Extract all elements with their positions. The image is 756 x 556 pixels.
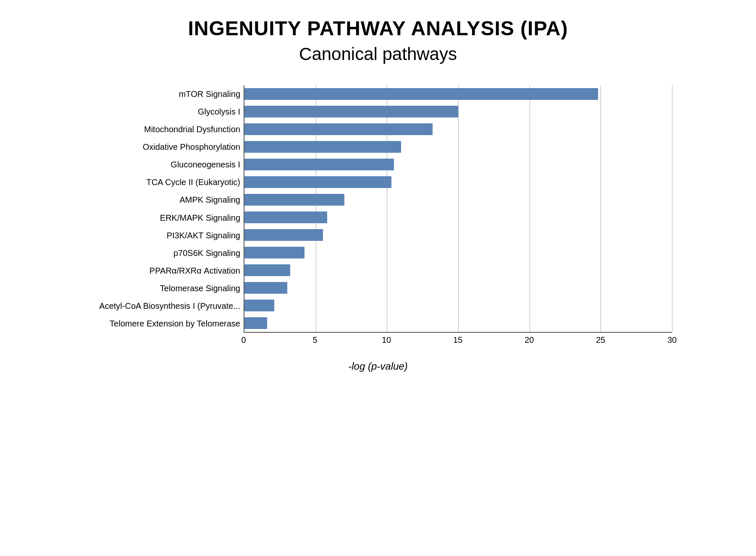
bar-row: [244, 85, 672, 103]
y-label: AMPK Signaling: [179, 191, 240, 209]
y-label: PPARα/RXRα Activation: [150, 262, 240, 279]
bar-row: [244, 173, 672, 191]
bar: [244, 317, 267, 329]
y-label: Gluconeogenesis I: [171, 156, 240, 174]
bar: [244, 106, 458, 117]
bar: [244, 247, 304, 258]
x-tick: 30: [667, 335, 677, 345]
y-label: Telomerase Signaling: [160, 280, 240, 298]
y-axis-labels: mTOR SignalingGlycolysis IMitochondrial …: [84, 85, 244, 333]
x-tick: 5: [312, 335, 317, 345]
main-title: INGENUITY PATHWAY ANALYSIS (IPA): [188, 17, 568, 40]
bar: [244, 229, 323, 241]
x-tick: 25: [596, 335, 605, 345]
grid-line: [672, 85, 672, 332]
x-axis-label: -log (p-value): [348, 360, 407, 372]
subtitle: Canonical pathways: [299, 44, 457, 64]
bar-row: [244, 261, 672, 279]
x-tick: 0: [241, 335, 246, 345]
y-label: Glycolysis I: [198, 103, 240, 120]
x-axis: 051015202530: [244, 335, 672, 348]
chart-container: mTOR SignalingGlycolysis IMitochondrial …: [84, 85, 672, 372]
bar: [244, 88, 598, 100]
bar-row: [244, 244, 672, 261]
bar-row: [244, 314, 672, 332]
x-axis-container: 051015202530: [84, 333, 672, 348]
y-label: p70S6K Signaling: [173, 244, 240, 262]
bar-row: [244, 156, 672, 173]
bar: [244, 264, 290, 276]
bar-row: [244, 191, 672, 209]
y-label: TCA Cycle II (Eukaryotic): [147, 174, 240, 191]
bar: [244, 123, 433, 135]
bar-row: [244, 209, 672, 226]
x-tick: 15: [453, 335, 462, 345]
bar-row: [244, 103, 672, 120]
y-label: PI3K/AKT Signaling: [167, 227, 240, 244]
chart-area: mTOR SignalingGlycolysis IMitochondrial …: [84, 85, 672, 333]
bar: [244, 211, 327, 223]
y-label: Mitochondrial Dysfunction: [144, 120, 240, 138]
bar-row: [244, 138, 672, 156]
bar-row: [244, 279, 672, 297]
y-label: Oxidative Phosphorylation: [143, 138, 240, 156]
bar: [244, 141, 401, 153]
bars-area: [244, 85, 672, 333]
y-label: ERK/MAPK Signaling: [160, 209, 240, 227]
bar: [244, 159, 394, 170]
bar: [244, 300, 274, 311]
bar: [244, 282, 287, 294]
bar: [244, 176, 391, 188]
bar-row: [244, 226, 672, 244]
x-tick: 10: [382, 335, 391, 345]
y-label: Acetyl-CoA Biosynthesis I (Pyruvate...: [99, 298, 240, 315]
bar: [244, 194, 344, 206]
bar-row: [244, 120, 672, 138]
y-label: mTOR Signaling: [179, 85, 240, 103]
x-tick: 20: [525, 335, 534, 345]
bar-row: [244, 297, 672, 314]
y-label: Telomere Extension by Telomerase: [110, 315, 240, 333]
